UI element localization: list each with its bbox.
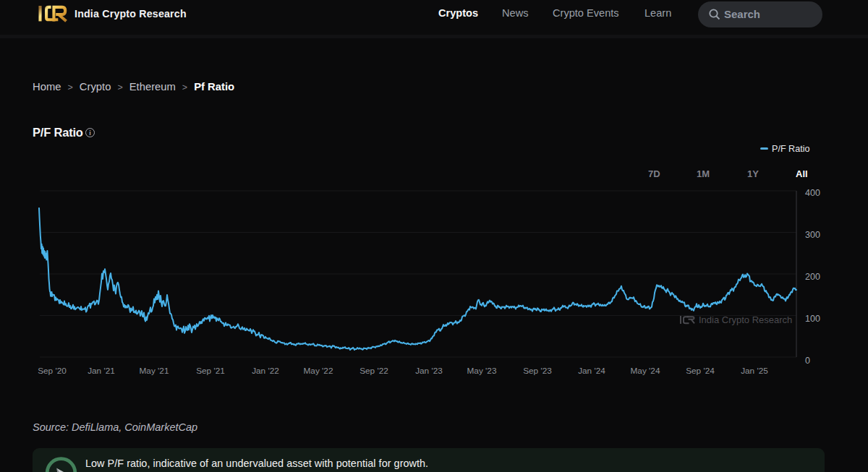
svg-text:Sep '20: Sep '20 xyxy=(38,366,67,376)
svg-text:Sep '22: Sep '22 xyxy=(359,366,388,376)
svg-text:May '24: May '24 xyxy=(631,366,660,376)
svg-text:200: 200 xyxy=(805,272,820,282)
svg-text:400: 400 xyxy=(805,188,820,198)
svg-text:100: 100 xyxy=(805,314,820,324)
svg-text:0: 0 xyxy=(805,356,810,366)
svg-text:May '22: May '22 xyxy=(304,366,333,376)
svg-text:Sep '23: Sep '23 xyxy=(523,366,552,376)
svg-text:300: 300 xyxy=(805,230,820,240)
svg-text:Jan '25: Jan '25 xyxy=(741,366,768,376)
svg-text:Jan '21: Jan '21 xyxy=(88,366,115,376)
svg-text:Sep '24: Sep '24 xyxy=(686,366,715,376)
svg-text:May '23: May '23 xyxy=(467,366,497,376)
svg-text:Jan '22: Jan '22 xyxy=(252,366,279,376)
svg-text:May '21: May '21 xyxy=(140,366,169,376)
svg-text:Jan '24: Jan '24 xyxy=(578,366,605,376)
svg-text:Jan '23: Jan '23 xyxy=(415,366,443,376)
svg-text:India Crypto Research: India Crypto Research xyxy=(699,314,792,325)
svg-text:Sep '21: Sep '21 xyxy=(196,366,225,376)
